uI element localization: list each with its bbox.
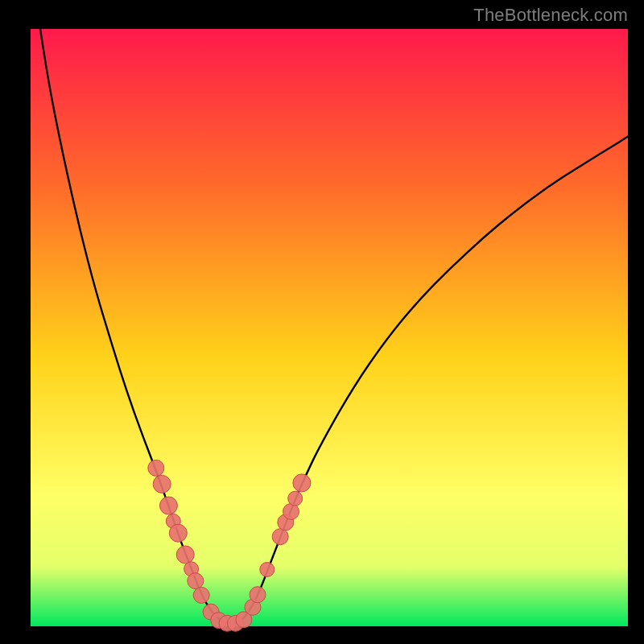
data-point (159, 497, 177, 514)
data-point (260, 563, 275, 577)
data-point (293, 474, 311, 492)
data-point (288, 491, 303, 506)
data-point (148, 460, 164, 476)
data-point (188, 573, 204, 589)
watermark-text: TheBottleneck.com (473, 5, 628, 26)
data-point (250, 587, 266, 603)
chart-frame: TheBottleneck.com (0, 0, 644, 644)
data-point (153, 475, 171, 493)
data-point (169, 524, 187, 542)
data-point (272, 529, 288, 545)
plot-background (31, 29, 628, 626)
data-point (193, 587, 209, 603)
chart-svg (0, 0, 644, 644)
data-point (176, 546, 194, 564)
